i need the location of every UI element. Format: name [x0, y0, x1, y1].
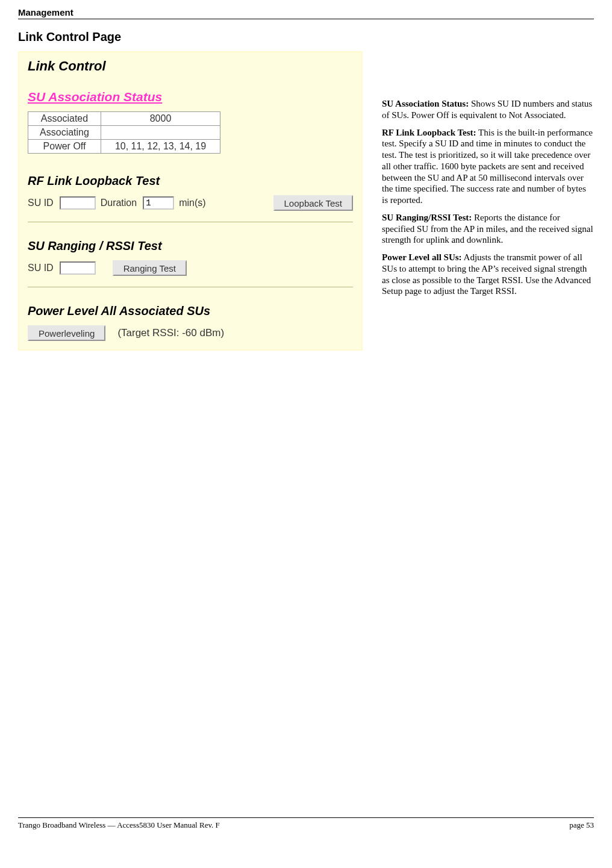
assoc-status-table: Associated 8000 Associating Power Off 10…: [28, 111, 220, 154]
desc-assoc-label: SU Association Status:: [382, 99, 469, 108]
link-control-screenshot: Link Control SU Association Status Assoc…: [18, 51, 363, 351]
desc-power-label: Power Level all SUs:: [382, 252, 462, 262]
divider: [28, 287, 353, 287]
loopback-duration-unit: min(s): [179, 198, 205, 208]
desc-ranging: SU Ranging/RSSI Test: Reports the distan…: [382, 212, 594, 246]
page-footer: Trango Broadband Wireless — Access5830 U…: [18, 817, 594, 830]
loopback-duration-label: Duration: [101, 198, 137, 208]
footer-right: page 53: [569, 820, 594, 830]
ranging-suid-label: SU ID: [28, 263, 54, 273]
assoc-row-value: [101, 126, 220, 140]
page-header: Management: [18, 7, 594, 19]
panel-title: Link Control: [19, 52, 361, 90]
loopback-test-button[interactable]: Loopback Test: [273, 195, 353, 211]
su-assoc-status-heading: SU Association Status: [19, 90, 361, 111]
assoc-row-label: Power Off: [28, 140, 101, 154]
loopback-suid-label: SU ID: [28, 198, 54, 208]
table-row: Associated 8000: [28, 112, 220, 126]
assoc-row-label: Associated: [28, 112, 101, 126]
ranging-suid-input[interactable]: [60, 261, 96, 275]
desc-loopback-label: RF Link Loopback Test:: [382, 128, 476, 137]
table-row: Associating: [28, 126, 220, 140]
assoc-row-label: Associating: [28, 126, 101, 140]
desc-assoc: SU Association Status: Shows SU ID numbe…: [382, 98, 594, 121]
section-title: Link Control Page: [18, 30, 594, 44]
description-column: SU Association Status: Shows SU ID numbe…: [365, 51, 594, 303]
desc-loopback-text: This is the built-in performance test. S…: [382, 128, 593, 205]
target-rssi-note: (Target RSSI: -60 dBm): [117, 327, 224, 339]
desc-power: Power Level all SUs: Adjusts the transmi…: [382, 252, 594, 297]
divider: [28, 222, 353, 222]
table-row: Power Off 10, 11, 12, 13, 14, 19: [28, 140, 220, 154]
loopback-duration-input[interactable]: [143, 196, 174, 210]
assoc-row-value: 8000: [101, 112, 220, 126]
desc-ranging-label: SU Ranging/RSSI Test:: [382, 213, 472, 222]
power-level-heading: Power Level All Associated SUs: [19, 304, 361, 325]
loopback-suid-input[interactable]: [60, 196, 96, 210]
su-ranging-heading: SU Ranging / RSSI Test: [19, 239, 361, 260]
rf-loopback-heading: RF Link Loopback Test: [19, 174, 361, 195]
desc-loopback: RF Link Loopback Test: This is the built…: [382, 127, 594, 206]
footer-left: Trango Broadband Wireless — Access5830 U…: [18, 820, 220, 830]
powerleveling-button[interactable]: Powerleveling: [28, 325, 105, 341]
ranging-test-button[interactable]: Ranging Test: [113, 260, 187, 276]
assoc-row-value: 10, 11, 12, 13, 14, 19: [101, 140, 220, 154]
